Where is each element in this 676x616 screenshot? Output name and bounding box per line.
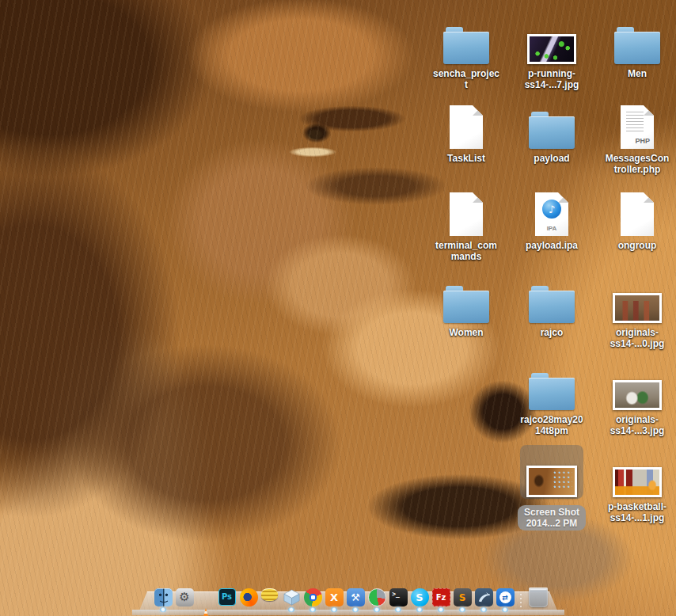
running-indicator xyxy=(160,607,166,612)
php-badge: PHP xyxy=(635,137,650,145)
folder-icon xyxy=(614,27,660,64)
running-indicator xyxy=(352,607,359,612)
page-fold xyxy=(473,105,483,116)
ipa-document-icon: ♪IPA xyxy=(535,192,568,236)
desktop-icon-tasklist[interactable]: TaskList xyxy=(423,97,509,164)
icon-label: rajco28may2014t8pm xyxy=(509,414,594,436)
dock-icon-vlc[interactable] xyxy=(197,606,215,616)
document-icon xyxy=(450,105,483,149)
icon-label: p-running-ss14-...7.jpg xyxy=(509,68,594,90)
dock-icon-trash[interactable] xyxy=(529,587,548,607)
dock-icon-sequel-pro[interactable] xyxy=(261,588,278,601)
cube-icon xyxy=(283,588,301,606)
dock-icon-system-preferences[interactable]: ⚙ xyxy=(176,588,194,606)
icon-label: originals-ss14-...0.jpg xyxy=(594,327,676,349)
page-fold xyxy=(644,105,654,116)
dock-icon-glyph: ⚙ xyxy=(179,591,189,603)
running-indicator xyxy=(502,607,508,612)
desktop-icon-rajco28may2014t8pm[interactable]: rajco28may2014t8pm xyxy=(509,358,594,436)
running-indicator xyxy=(310,607,316,612)
dock-icon-xcode[interactable]: ⚒ xyxy=(347,588,365,606)
screenshot-thumbnail-icon xyxy=(526,466,577,497)
document-icon xyxy=(450,192,483,236)
image-thumbnail-icon xyxy=(613,467,662,497)
dock-icon-teamviewer[interactable]: ⇄ xyxy=(496,588,515,606)
dock-icon-glyph: >_ xyxy=(392,591,400,598)
icon-label: MessagesController.php xyxy=(594,153,676,175)
itunes-note-icon: ♪ xyxy=(542,200,561,219)
dock-icon-virtualbox[interactable] xyxy=(283,588,301,606)
icon-label: Women xyxy=(423,327,509,338)
icon-label: terminal_commands xyxy=(423,240,509,262)
arrows-circle-icon: ⇄ xyxy=(499,591,511,603)
desktop-icon-screen-shot-2014-2-pm[interactable]: Screen Shot2014...2 PM xyxy=(509,445,594,530)
image-thumbnail-icon xyxy=(527,34,576,64)
running-indicator xyxy=(288,607,294,612)
icon-label: payload xyxy=(509,153,594,164)
dock-icon-sublime-text[interactable]: S xyxy=(454,588,472,606)
dock-separator xyxy=(520,594,522,608)
dock-icon-photoshop[interactable]: Ps xyxy=(218,588,236,606)
folder-icon xyxy=(529,373,575,410)
desktop-icon-ongroup[interactable]: ongroup xyxy=(594,184,676,251)
dock-icon-glyph: S xyxy=(459,593,466,603)
icon-label: ongroup xyxy=(594,240,676,251)
desktop-icon-men[interactable]: Men xyxy=(594,12,676,79)
icon-label: payload.ipa xyxy=(509,240,594,251)
dock-icon-terminal[interactable]: >_ xyxy=(389,588,408,606)
folder-icon xyxy=(529,286,575,323)
page-fold xyxy=(558,192,568,203)
icon-label: originals-ss14-...3.jpg xyxy=(594,414,676,436)
dock-icon-filezilla[interactable]: Fz xyxy=(432,588,450,606)
icon-label: rajco xyxy=(509,327,594,338)
dock-icon-activity-pie[interactable] xyxy=(368,588,386,606)
image-thumbnail-icon xyxy=(613,380,662,410)
dock-icon-skype[interactable]: S xyxy=(411,588,429,606)
icon-label: TaskList xyxy=(423,153,509,164)
dock-icon-glyph: X xyxy=(330,592,338,603)
document-icon xyxy=(621,192,654,236)
traffic-cone-icon xyxy=(199,608,214,616)
code-lines xyxy=(626,112,644,132)
folder-icon xyxy=(529,112,575,149)
php-document-icon: PHP xyxy=(621,105,654,149)
dock-icon-firefox[interactable] xyxy=(240,588,258,606)
desktop-icon-originals-ss14-3-jpg[interactable]: originals-ss14-...3.jpg xyxy=(594,358,676,436)
icon-label: Men xyxy=(594,68,676,79)
desktop-icon-originals-ss14-0-jpg[interactable]: originals-ss14-...0.jpg xyxy=(594,271,676,349)
dock-icon-glyph: Fz xyxy=(436,594,446,602)
icon-label: Screen Shot2014...2 PM xyxy=(518,505,586,530)
desktop-icon-payload[interactable]: payload xyxy=(509,97,594,164)
dock-icon-glyph: Ps xyxy=(222,593,232,601)
dock-icon-glyph: ⚒ xyxy=(351,592,360,603)
icon-label: sencha_project xyxy=(423,68,509,90)
running-indicator xyxy=(480,607,487,612)
dolphin-icon xyxy=(477,591,491,603)
desktop-icon-women[interactable]: Women xyxy=(423,271,509,338)
running-indicator xyxy=(374,607,380,612)
dock-icon-xampp[interactable]: X xyxy=(325,588,344,606)
desktop: sencha_projectp-running-ss14-...7.jpgMen… xyxy=(0,0,676,616)
desktop-icon-payload-ipa[interactable]: ♪IPApayload.ipa xyxy=(509,184,594,251)
dock-icon-chrome[interactable] xyxy=(304,588,322,606)
running-indicator xyxy=(331,607,337,612)
dock-icon-finder[interactable] xyxy=(154,588,173,606)
desktop-icon-rajco[interactable]: rajco xyxy=(509,271,594,338)
desktop-icon-sencha-project[interactable]: sencha_project xyxy=(423,12,509,90)
mini-icon-grid xyxy=(553,471,572,490)
dock-icon-mysql-workbench[interactable] xyxy=(475,588,493,606)
desktop-icon-messagescontroller-php[interactable]: PHPMessagesController.php xyxy=(594,97,676,175)
desktop-icon-p-running-ss14-7-jpg[interactable]: p-running-ss14-...7.jpg xyxy=(509,12,594,90)
running-indicator xyxy=(438,607,444,612)
folder-icon xyxy=(443,27,489,64)
image-thumbnail-icon xyxy=(613,293,662,323)
desktop-icon-terminal-commands[interactable]: terminal_commands xyxy=(423,184,509,262)
running-indicator xyxy=(416,607,423,612)
page-fold xyxy=(473,192,483,203)
dock-icon-glyph: S xyxy=(416,592,423,603)
page-fold xyxy=(644,192,654,203)
running-indicator xyxy=(395,607,401,612)
ipa-badge: IPA xyxy=(535,225,568,232)
desktop-icon-p-basketball-ss14-1-jpg[interactable]: p-basketball-ss14-...1.jpg xyxy=(594,445,676,523)
icon-label: p-basketball-ss14-...1.jpg xyxy=(594,501,676,523)
